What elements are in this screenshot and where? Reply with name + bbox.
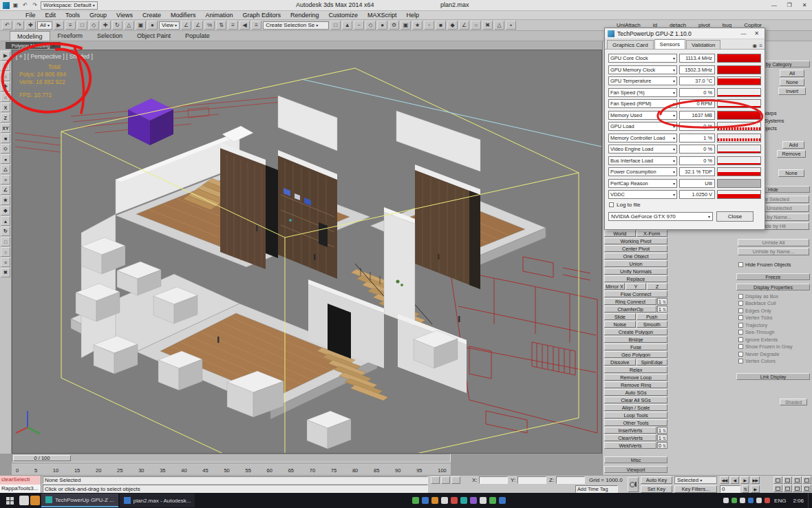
percent-snap-icon[interactable]: % [204, 21, 215, 30]
tool-spinner[interactable]: 1 [657, 427, 667, 434]
tool-button[interactable]: Clear All SGs [604, 396, 667, 403]
ribbon-tab[interactable]: Object Paint [130, 31, 178, 41]
ribbon-tab[interactable]: Modeling [10, 31, 50, 41]
sensor-label-dropdown[interactable]: GPU Temperature [608, 76, 677, 85]
shaded-button[interactable]: Shaded [780, 399, 807, 405]
tool-button[interactable]: Smooth [637, 321, 668, 328]
gpuz-close-dialog-button[interactable]: Close [716, 211, 754, 222]
tool-button[interactable]: One Object [604, 253, 667, 260]
isolate-icon[interactable]: ○ [471, 21, 481, 30]
menu-item[interactable]: File [21, 12, 41, 19]
select-cursor-icon[interactable]: ▶ [1, 51, 10, 61]
offset-mode-toggle[interactable] [451, 476, 460, 484]
taskbar-task-button[interactable]: plan2.max - Autodesk... [120, 494, 195, 507]
next-frame-button[interactable]: ▶ [751, 485, 760, 493]
measure-icon[interactable]: ∠ [459, 21, 469, 30]
up-icon[interactable]: ▲ [1, 216, 10, 226]
star-icon[interactable]: ★ [1, 195, 10, 205]
ribbon-tab[interactable]: Freeform [51, 31, 90, 41]
orbit-icon[interactable] [793, 485, 802, 492]
gpuz-menu-icon[interactable]: ≡ [759, 43, 762, 49]
zoom-extents-icon[interactable] [793, 476, 802, 484]
clock[interactable]: 2:06 [790, 498, 806, 504]
tool-button[interactable]: Union [604, 260, 667, 267]
display-property-checkbox[interactable] [738, 294, 743, 299]
category-all-button[interactable]: All [780, 70, 804, 77]
selection-lock-toggle[interactable] [431, 476, 440, 484]
gpu-select-dropdown[interactable]: NVIDIA GeForce GTX 970 [608, 212, 713, 221]
set-key-icon-button[interactable] [628, 477, 639, 492]
key-filters-button[interactable]: Key Filters... [674, 485, 717, 493]
language-indicator[interactable]: ENG [771, 498, 789, 504]
previous-frame-button[interactable]: ◀ [730, 476, 739, 484]
tool-button[interactable]: ChamferOp [604, 306, 656, 313]
log-to-file-checkbox[interactable] [609, 202, 614, 207]
gpuz-tab[interactable]: Graphics Card [607, 40, 654, 49]
curve-editor-icon[interactable]: ~ [354, 21, 364, 30]
misc-tool2-icon[interactable]: ▪ [506, 21, 516, 30]
tool-button[interactable]: Center Pivot [604, 245, 667, 252]
pinned-app-icon[interactable] [441, 497, 448, 504]
display-property-checkbox[interactable] [738, 337, 743, 342]
graphite-icon[interactable]: ▲ [342, 21, 352, 30]
display-property-checkbox[interactable] [738, 308, 743, 313]
add-button[interactable]: Add [782, 141, 804, 149]
tray-icon[interactable] [740, 498, 745, 503]
redo-icon[interactable]: ↷ [31, 1, 39, 9]
menu-item[interactable]: MAXScript [363, 12, 402, 19]
auto-key-button[interactable]: Auto Key [641, 476, 672, 484]
menu-item[interactable]: Tools [61, 12, 85, 19]
display-property-checkbox[interactable] [738, 323, 743, 328]
field-of-view-icon[interactable] [773, 485, 782, 492]
render-setup-icon[interactable]: ⚙ [389, 21, 399, 30]
maximize-viewport-icon[interactable] [802, 485, 811, 492]
menu-item[interactable]: Create [138, 12, 166, 19]
marquee-icon[interactable]: □ [1, 61, 10, 71]
triangle-icon[interactable]: △ [1, 165, 10, 174]
tray-icon[interactable] [765, 498, 770, 503]
select-and-link-icon[interactable]: ✚ [25, 21, 36, 30]
menu-item[interactable]: Edit [41, 12, 61, 19]
go-to-end-button[interactable]: ▶▶ [751, 476, 760, 484]
pinned-app-icon[interactable] [470, 497, 477, 504]
play-button[interactable]: ▶ [740, 476, 749, 484]
square-icon[interactable]: □ [1, 237, 10, 246]
z-coordinate-field[interactable] [556, 476, 585, 484]
tool-button[interactable]: CleanVerts [604, 434, 656, 441]
selection-none-button[interactable]: None [778, 169, 804, 177]
frame-spinner[interactable]: ⇅ [742, 485, 749, 493]
taskbar-task-button[interactable]: TechPowerUp GPU-Z ... [41, 494, 118, 507]
menu-item[interactable]: Rendering [286, 12, 324, 19]
sensor-label-dropdown[interactable]: Memory Used [608, 111, 677, 120]
screenshot-camera-icon[interactable]: ◉ [752, 43, 757, 49]
add-time-tag[interactable]: Add Time Tag [575, 485, 618, 493]
array-icon[interactable]: ■ [436, 21, 446, 30]
ribbon-tab[interactable]: Selection [90, 31, 129, 41]
menu-icon[interactable]: ≡ [1, 257, 10, 267]
tool-button[interactable]: World [604, 230, 636, 237]
dot-icon[interactable]: ● [1, 154, 10, 164]
close-small-icon[interactable]: ✖ [1, 268, 10, 277]
z-constraint-button[interactable]: Z [1, 113, 10, 123]
reference-coordinate-icon[interactable]: ▣ [136, 21, 146, 30]
sensor-label-dropdown[interactable]: Memory Controller Load [608, 134, 677, 142]
close-button[interactable]: ✕ [800, 2, 809, 8]
unhide-button[interactable]: Unhide All [738, 239, 809, 246]
layer-manager-icon[interactable]: □ [330, 21, 341, 30]
sensor-label-dropdown[interactable]: Bus Interface Load [608, 156, 677, 165]
select-and-scale-icon[interactable]: △ [124, 21, 134, 30]
menu-item[interactable]: Customize [324, 12, 363, 19]
view-dropdown[interactable]: View [159, 21, 180, 30]
select-by-name-icon[interactable]: ≡ [65, 21, 76, 30]
named-selection-icon[interactable]: ≡ [228, 21, 238, 30]
tool-button[interactable]: Flow Connect [604, 290, 667, 297]
tool-button[interactable]: Working Pivot [604, 237, 667, 244]
spinner-snap-icon[interactable]: ⇅ [216, 21, 226, 30]
rotate-icon[interactable]: ↻ [1, 226, 10, 236]
tool-button[interactable]: Slide [604, 313, 636, 320]
material-editor-icon[interactable]: ● [377, 21, 387, 30]
tool-button[interactable]: Remove Loop [604, 374, 667, 381]
sensor-label-dropdown[interactable]: PerfCap Reason [608, 179, 677, 188]
tray-icon[interactable] [731, 498, 737, 503]
track-bar[interactable]: 0510152025303540455055606570758085909510… [12, 463, 451, 475]
